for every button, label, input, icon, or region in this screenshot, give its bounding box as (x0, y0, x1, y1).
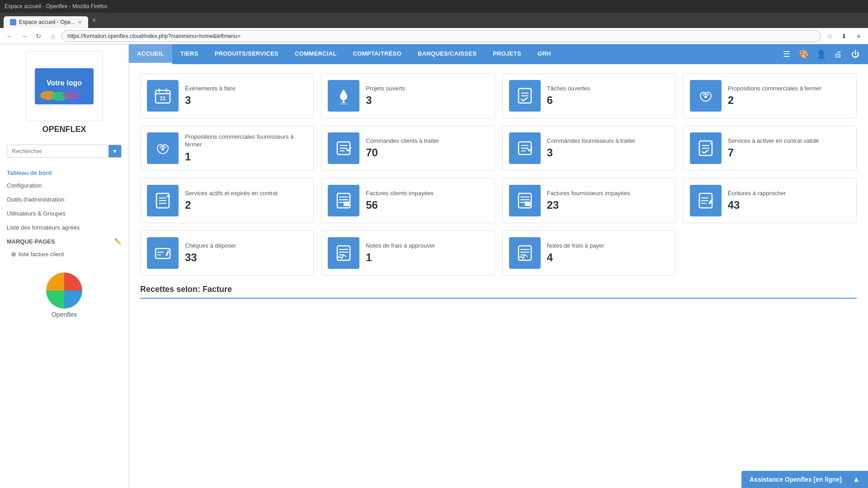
right-panel: ACCUEIL TIERS PRODUITS/SERVICES COMMERCI… (129, 44, 868, 488)
main-content: 31 Événements à faire 3 (129, 64, 868, 488)
card-notes-frais-pay[interactable]: Notes de frais à payer 4 (502, 230, 676, 276)
card-content-taches: Tâches ouvertes 6 (547, 85, 590, 107)
card-content-evenements: Événements à faire 3 (185, 85, 236, 107)
sidebar-search-wrapper: ▼ (7, 145, 122, 158)
svg-rect-6 (156, 93, 170, 94)
nav-print-icon[interactable]: 🖨 (830, 46, 846, 62)
reload-button[interactable]: ↻ (33, 30, 44, 42)
nav-item-tiers[interactable]: TIERS (172, 44, 207, 64)
card-factures-clients[interactable]: Factures clients impayées 56 (321, 178, 495, 223)
nav-power-icon[interactable]: ⏻ (847, 46, 863, 62)
settings-button[interactable]: ≡ (853, 30, 864, 42)
sidebar-bookmark-facture[interactable]: liste facture client (0, 249, 128, 260)
assistance-label: Assistance Openflex [en ligne] (750, 476, 842, 483)
sidebar: Votre logo OPENFLEX ▼ Tableau de bord Co… (0, 44, 129, 488)
card-count-services-expired: 2 (185, 199, 278, 211)
card-label-cheques: Chèques à déposer (185, 242, 236, 250)
card-propositions-fournisseur[interactable]: Propositions commerciales fournisseurs à… (140, 126, 314, 171)
sidebar-nav: Tableau de bord Configuration Outils d'a… (0, 161, 128, 263)
new-tab-button[interactable]: + (88, 16, 100, 25)
card-icon-ecritures (690, 185, 722, 216)
card-services-contract[interactable]: Services à activer en contrat validé 7 (683, 126, 857, 171)
nav-item-produits[interactable]: PRODUITS/SERVICES (207, 44, 287, 64)
card-factures-fournisseurs[interactable]: Factures fournisseurs impayées 23 (502, 178, 676, 223)
card-label-factures-clients: Factures clients impayées (366, 190, 434, 197)
browser-tab-bar: Espace accueil - Ope... ✕ + (0, 13, 868, 28)
nav-palette-icon[interactable]: 🎨 (796, 46, 812, 62)
card-commandes-fournisseurs[interactable]: Commandes fournisseurs à traiter 3 (502, 126, 676, 171)
assistance-bar[interactable]: Assistance Openflex [en ligne] ▲ (741, 471, 868, 488)
svg-point-4 (63, 91, 79, 100)
back-button[interactable]: ← (4, 30, 15, 42)
svg-point-16 (704, 95, 707, 98)
card-cheques[interactable]: Chèques à déposer 33 (140, 230, 314, 276)
card-content-services-expired: Services actifs et expirés en contrat 2 (185, 190, 278, 212)
card-count-notes-frais-pay: 4 (547, 251, 604, 264)
card-label-evenements: Événements à faire (185, 85, 236, 93)
card-projets[interactable]: Projets ouverts 3 (321, 73, 495, 118)
card-icon-services-expired (147, 185, 179, 216)
browser-toolbar-icons: ☆ ⬇ ≡ (824, 30, 864, 42)
card-content-notes-frais-pay: Notes de frais à payer 4 (547, 242, 604, 264)
nav-item-banques[interactable]: BANQUES/CAISSES (410, 44, 485, 64)
tab-favicon (10, 19, 16, 25)
home-button[interactable]: ⌂ (47, 30, 59, 42)
card-propositions-client[interactable]: Propositions commerciales à fermer 2 (683, 73, 857, 118)
sidebar-search-dropdown-button[interactable]: ▼ (108, 145, 121, 157)
card-label-commandes-clients: Commandes clients à traiter (366, 137, 439, 145)
svg-text:Votre logo: Votre logo (47, 79, 82, 87)
card-content-propositions-client: Propositions commerciales à fermer 2 (728, 85, 821, 107)
card-icon-propositions-client (690, 80, 722, 112)
nav-item-accueil[interactable]: ACCUEIL (129, 44, 172, 64)
sidebar-bookmarks-header: MARQUE-PAGES ✏️ (0, 235, 128, 249)
dashboard-grid: 31 Événements à faire 3 (140, 73, 857, 276)
openflex-name-label: Openflex (52, 311, 77, 318)
svg-point-17 (161, 148, 164, 150)
nav-item-projets[interactable]: PROJETS (485, 44, 529, 64)
sidebar-item-admin-tools[interactable]: Outils d'administration (0, 192, 128, 206)
nav-menu-icon[interactable]: ☰ (778, 46, 795, 62)
card-label-services-contract: Services à activer en contrat validé (728, 137, 819, 145)
card-label-propositions-client: Propositions commerciales à fermer (728, 85, 821, 93)
close-tab-button[interactable]: ✕ (78, 19, 82, 25)
bookmark-button[interactable]: ☆ (824, 30, 835, 42)
card-content-projets: Projets ouverts 3 (366, 85, 405, 107)
card-content-factures-fournisseurs: Factures fournisseurs impayées 23 (547, 190, 630, 212)
card-icon-factures-fournisseurs (509, 185, 541, 216)
card-count-cheques: 33 (185, 251, 236, 264)
card-ecritures[interactable]: Écritures à rapprocher 43 (683, 178, 857, 223)
tab-label: Espace accueil - Ope... (19, 19, 75, 25)
card-icon-commandes-clients (328, 132, 359, 164)
card-icon-services-contract (690, 132, 722, 164)
sidebar-logo-area: Votre logo OPENFLEX (0, 44, 128, 141)
card-label-commandes-fournisseurs: Commandes fournisseurs à traiter (547, 137, 636, 145)
sidebar-item-trainers[interactable]: Liste des formateurs agréés (0, 221, 128, 235)
sidebar-item-users-groups[interactable]: Utilisateurs & Groupes (0, 206, 128, 221)
address-input[interactable] (61, 30, 821, 42)
card-count-propositions-fournisseur: 1 (185, 150, 307, 163)
svg-rect-54 (519, 246, 531, 260)
sidebar-search-input[interactable] (7, 145, 108, 157)
card-notes-frais-approve[interactable]: Notes de frais à approuver 1 (321, 230, 495, 276)
nav-item-compta[interactable]: COMPTA/TRÉSO (345, 44, 410, 64)
bookmarks-edit-icon[interactable]: ✏️ (114, 238, 122, 245)
card-icon-calendar: 31 (147, 80, 179, 112)
card-icon-cheques (147, 237, 179, 269)
card-evenements[interactable]: 31 Événements à faire 3 (140, 73, 314, 118)
sidebar-section-label: Tableau de bord (0, 165, 128, 178)
forward-button[interactable]: → (18, 30, 30, 42)
browser-titlebar: Espace accueil - Openflex - Mozilla Fire… (0, 0, 868, 13)
card-commandes-clients[interactable]: Commandes clients à traiter 70 (321, 126, 495, 171)
card-count-commandes-fournisseurs: 3 (547, 146, 636, 159)
browser-tab[interactable]: Espace accueil - Ope... ✕ (4, 16, 88, 28)
nav-item-grh[interactable]: GRH (529, 44, 559, 64)
card-services-expired[interactable]: Services actifs et expirés en contrat 2 (140, 178, 314, 223)
section-title-recettes: Recettes selon: Facture (140, 285, 857, 299)
card-taches[interactable]: Tâches ouvertes 6 (502, 73, 676, 118)
nav-user-icon[interactable]: 👤 (813, 46, 829, 62)
nav-item-commercial[interactable]: COMMERCIAL (287, 44, 345, 64)
sidebar-item-configuration[interactable]: Configuration (0, 178, 128, 192)
logo-inner: Votre logo (35, 68, 94, 104)
card-label-ecritures: Écritures à rapprocher (728, 190, 786, 197)
download-button[interactable]: ⬇ (838, 30, 850, 42)
